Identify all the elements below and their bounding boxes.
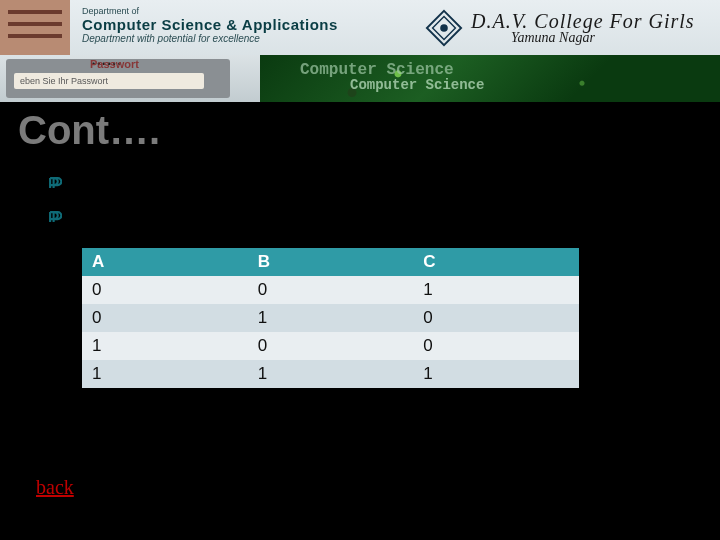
cell: 0	[248, 332, 414, 360]
password-hint: eben Sie Ihr Passwort	[14, 73, 204, 89]
department-block: Department of Computer Science & Applica…	[70, 0, 425, 55]
password-dots: ••••••	[92, 60, 123, 69]
dept-pretitle: Department of	[82, 6, 415, 16]
table-row: 1 1 1	[82, 360, 579, 388]
cell: 0	[413, 332, 579, 360]
header-banner: Department of Computer Science & Applica…	[0, 0, 720, 102]
table-row: 0 0 1	[82, 276, 579, 304]
cell: 0	[82, 276, 248, 304]
cell: 1	[413, 276, 579, 304]
svg-point-2	[440, 24, 448, 32]
col-b: B	[248, 248, 414, 276]
table-header-row: A B C	[82, 248, 579, 276]
college-logo-icon	[425, 9, 463, 47]
dept-title: Computer Science & Applications	[82, 16, 415, 33]
cell: 1	[248, 360, 414, 388]
cell: 1	[82, 360, 248, 388]
circuit-board-graphic: Computer Science Computer Science	[260, 55, 720, 102]
password-graphic: •••••• eben Sie Ihr Passwort	[0, 55, 260, 102]
col-c: C	[413, 248, 579, 276]
cell: 0	[248, 276, 414, 304]
pcb-text-2: Computer Science	[350, 77, 484, 93]
banner-bottom: •••••• eben Sie Ihr Passwort Computer Sc…	[0, 55, 720, 102]
table-row: 1 0 0	[82, 332, 579, 360]
col-a: A	[82, 248, 248, 276]
cell: 1	[413, 360, 579, 388]
college-block: D.A.V. College For Girls Yamuna Nagar	[425, 0, 720, 55]
truth-table: A B C 0 0 1 0 1 0 1 0 0 1 1 1	[82, 248, 579, 388]
banner-top: Department of Computer Science & Applica…	[0, 0, 720, 55]
back-link[interactable]: back	[36, 476, 74, 499]
table-row: 0 1 0	[82, 304, 579, 332]
cell: 1	[82, 332, 248, 360]
cell: 0	[413, 304, 579, 332]
page-title: Cont….	[18, 108, 160, 153]
building-photo	[0, 0, 70, 55]
cell: 1	[248, 304, 414, 332]
cell: 0	[82, 304, 248, 332]
bullet-icon	[48, 210, 62, 224]
bullet-icon	[48, 176, 62, 190]
dept-tagline: Department with potential for excellence	[82, 33, 415, 44]
